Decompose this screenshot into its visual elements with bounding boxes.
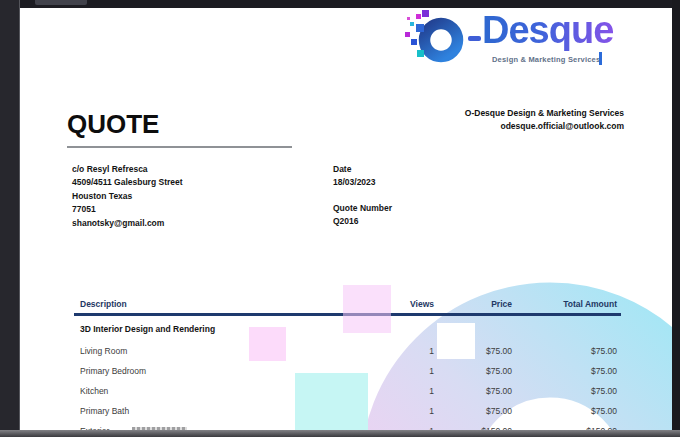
client-care-of: c/o Resyl Refresca <box>72 163 183 176</box>
window-bottom-bar <box>0 430 680 437</box>
company-block: O-Desque Design & Marketing Services ode… <box>465 107 624 133</box>
table-row: Primary Bath 1 $75.00 $75.00 <box>74 401 621 421</box>
row-description: Living Room <box>74 346 376 356</box>
client-zip: 77051 <box>72 203 183 216</box>
row-total: $75.00 <box>516 386 621 396</box>
pink-overlay-decoration <box>343 285 391 333</box>
table-row: Living Room 1 $75.00 $75.00 <box>74 341 621 361</box>
client-address-block: c/o Resyl Refresca 4509/4511 Galesburg S… <box>72 163 183 230</box>
row-views: 1 <box>376 406 436 416</box>
row-price: $75.00 <box>436 406 516 416</box>
brand-tagline: Design & Marketing Services <box>492 55 600 64</box>
brand-accent-bar <box>599 52 602 65</box>
table-row: Primary Bedroom 1 $75.00 $75.00 <box>74 361 621 381</box>
date-label: Date <box>333 163 392 176</box>
client-street: 4509/4511 Galesburg Street <box>72 176 183 189</box>
window-left-border <box>0 0 20 437</box>
company-email: odesque.official@outlook.com <box>465 120 624 133</box>
quote-number-label: Quote Number <box>333 202 392 215</box>
row-price: $75.00 <box>436 366 516 376</box>
header-total-amount: Total Amount <box>516 299 621 309</box>
table-body: Living Room 1 $75.00 $75.00 Primary Bedr… <box>74 341 621 431</box>
page-content: Desque Design & Marketing Services O-Des… <box>20 8 672 431</box>
header-description: Description <box>74 299 376 309</box>
date-value: 18/03/2023 <box>333 176 392 189</box>
row-description: Kitchen <box>74 386 376 396</box>
row-total: $75.00 <box>516 366 621 376</box>
quote-number-value: Q2016 <box>333 215 392 228</box>
row-views: 1 <box>376 386 436 396</box>
header-price: Price <box>436 299 516 309</box>
company-name: O-Desque Design & Marketing Services <box>465 107 624 120</box>
window-top-border <box>0 0 680 8</box>
row-views: 1 <box>376 346 436 356</box>
client-email: shanotsky@gmail.com <box>72 217 183 230</box>
brand-pixel-o-icon <box>396 8 468 66</box>
brand-dash-icon <box>468 36 481 41</box>
quote-meta-block: Date 18/03/2023 Quote Number Q2016 <box>333 163 392 229</box>
row-description: Primary Bedroom <box>74 366 376 376</box>
row-price: $75.00 <box>436 346 516 356</box>
meta-spacer <box>333 190 392 202</box>
quote-document-page: Desque Design & Marketing Services O-Des… <box>20 8 672 431</box>
table-row: Kitchen 1 $75.00 $75.00 <box>74 381 621 401</box>
row-description: Primary Bath <box>74 406 376 416</box>
page-title: QUOTE <box>67 109 159 140</box>
client-city: Houston Texas <box>72 190 183 203</box>
row-total: $75.00 <box>516 346 621 356</box>
brand-name: Desque <box>482 9 613 52</box>
window-tab-notch <box>35 0 87 5</box>
row-total: $75.00 <box>516 406 621 416</box>
window-right-border <box>672 0 680 437</box>
title-underline <box>67 146 292 148</box>
row-views: 1 <box>376 366 436 376</box>
row-price: $75.00 <box>436 386 516 396</box>
